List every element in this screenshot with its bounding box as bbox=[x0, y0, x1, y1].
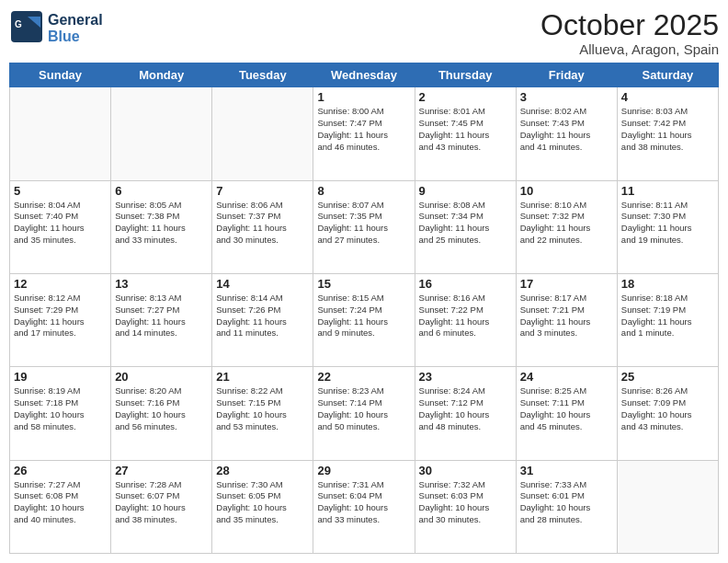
cell-info: Sunrise: 8:01 AMSunset: 7:45 PMDaylight:… bbox=[419, 106, 512, 153]
calendar-cell: 24Sunrise: 8:25 AMSunset: 7:11 PMDayligh… bbox=[516, 367, 617, 460]
day-number: 21 bbox=[216, 370, 309, 384]
calendar-cell: 14Sunrise: 8:14 AMSunset: 7:26 PMDayligh… bbox=[212, 273, 313, 366]
day-number: 6 bbox=[115, 184, 208, 198]
weekday-header-saturday: Saturday bbox=[617, 63, 718, 87]
weekday-header-tuesday: Tuesday bbox=[212, 63, 313, 87]
cell-info: Sunrise: 8:23 AMSunset: 7:14 PMDaylight:… bbox=[317, 385, 410, 432]
cell-info: Sunrise: 8:14 AMSunset: 7:26 PMDaylight:… bbox=[216, 293, 309, 339]
cell-info: Sunrise: 8:19 AMSunset: 7:18 PMDaylight:… bbox=[14, 385, 107, 432]
day-number: 15 bbox=[317, 277, 410, 291]
day-number: 17 bbox=[520, 277, 613, 291]
calendar-cell: 26Sunrise: 7:27 AMSunset: 6:08 PMDayligh… bbox=[10, 460, 111, 553]
calendar-cell: 15Sunrise: 8:15 AMSunset: 7:24 PMDayligh… bbox=[313, 273, 415, 366]
day-number: 12 bbox=[14, 277, 107, 291]
calendar-cell: 22Sunrise: 8:23 AMSunset: 7:14 PMDayligh… bbox=[313, 367, 415, 460]
calendar-cell bbox=[10, 87, 111, 180]
calendar-cell: 17Sunrise: 8:17 AMSunset: 7:21 PMDayligh… bbox=[516, 273, 617, 366]
cell-info: Sunrise: 8:00 AMSunset: 7:47 PMDaylight:… bbox=[317, 106, 410, 153]
day-number: 1 bbox=[317, 90, 410, 104]
cell-info: Sunrise: 8:18 AMSunset: 7:19 PMDaylight:… bbox=[621, 293, 714, 339]
day-number: 16 bbox=[419, 277, 512, 291]
cell-info: Sunrise: 7:28 AMSunset: 6:07 PMDaylight:… bbox=[115, 479, 208, 526]
cell-info: Sunrise: 8:02 AMSunset: 7:43 PMDaylight:… bbox=[520, 106, 613, 153]
cell-info: Sunrise: 7:31 AMSunset: 6:04 PMDaylight:… bbox=[317, 479, 410, 526]
weekday-header-friday: Friday bbox=[516, 63, 617, 87]
calendar-week-4: 19Sunrise: 8:19 AMSunset: 7:18 PMDayligh… bbox=[10, 367, 719, 460]
logo-blue: Blue bbox=[48, 29, 103, 45]
calendar-cell: 7Sunrise: 8:06 AMSunset: 7:37 PMDaylight… bbox=[212, 180, 313, 273]
cell-info: Sunrise: 8:03 AMSunset: 7:42 PMDaylight:… bbox=[621, 106, 714, 153]
day-number: 10 bbox=[520, 184, 613, 198]
day-number: 24 bbox=[520, 370, 613, 384]
calendar-cell: 3Sunrise: 8:02 AMSunset: 7:43 PMDaylight… bbox=[516, 87, 617, 180]
logo-icon: G bbox=[9, 9, 44, 44]
logo: G General Blue bbox=[9, 9, 103, 48]
cell-info: Sunrise: 8:08 AMSunset: 7:34 PMDaylight:… bbox=[419, 200, 512, 247]
day-number: 5 bbox=[14, 184, 107, 198]
cell-info: Sunrise: 7:27 AMSunset: 6:08 PMDaylight:… bbox=[14, 479, 107, 526]
day-number: 14 bbox=[216, 277, 309, 291]
calendar-cell: 1Sunrise: 8:00 AMSunset: 7:47 PMDaylight… bbox=[313, 87, 415, 180]
calendar-cell: 13Sunrise: 8:13 AMSunset: 7:27 PMDayligh… bbox=[111, 273, 212, 366]
calendar-cell bbox=[617, 460, 718, 553]
cell-info: Sunrise: 8:06 AMSunset: 7:37 PMDaylight:… bbox=[216, 200, 309, 247]
day-number: 8 bbox=[317, 184, 410, 198]
cell-info: Sunrise: 8:16 AMSunset: 7:22 PMDaylight:… bbox=[419, 293, 512, 339]
page: G General Blue October 2025 Allueva, Ara… bbox=[0, 0, 728, 563]
calendar-cell: 8Sunrise: 8:07 AMSunset: 7:35 PMDaylight… bbox=[313, 180, 415, 273]
calendar-cell: 23Sunrise: 8:24 AMSunset: 7:12 PMDayligh… bbox=[415, 367, 516, 460]
cell-info: Sunrise: 7:30 AMSunset: 6:05 PMDaylight:… bbox=[216, 479, 309, 526]
day-number: 30 bbox=[419, 464, 512, 477]
calendar-cell: 12Sunrise: 8:12 AMSunset: 7:29 PMDayligh… bbox=[10, 273, 111, 366]
calendar-cell: 5Sunrise: 8:04 AMSunset: 7:40 PMDaylight… bbox=[10, 180, 111, 273]
day-number: 7 bbox=[216, 184, 309, 198]
weekday-header-thursday: Thursday bbox=[415, 63, 516, 87]
cell-info: Sunrise: 7:33 AMSunset: 6:01 PMDaylight:… bbox=[520, 479, 613, 526]
calendar-cell: 2Sunrise: 8:01 AMSunset: 7:45 PMDaylight… bbox=[415, 87, 516, 180]
location: Allueva, Aragon, Spain bbox=[540, 41, 719, 57]
day-number: 19 bbox=[14, 370, 107, 384]
cell-info: Sunrise: 8:22 AMSunset: 7:15 PMDaylight:… bbox=[216, 385, 309, 432]
cell-info: Sunrise: 8:07 AMSunset: 7:35 PMDaylight:… bbox=[317, 200, 410, 247]
cell-info: Sunrise: 8:04 AMSunset: 7:40 PMDaylight:… bbox=[14, 200, 107, 247]
cell-info: Sunrise: 8:25 AMSunset: 7:11 PMDaylight:… bbox=[520, 385, 613, 432]
calendar-cell: 28Sunrise: 7:30 AMSunset: 6:05 PMDayligh… bbox=[212, 460, 313, 553]
calendar-cell: 25Sunrise: 8:26 AMSunset: 7:09 PMDayligh… bbox=[617, 367, 718, 460]
day-number: 26 bbox=[14, 464, 107, 477]
day-number: 4 bbox=[621, 90, 714, 104]
day-number: 27 bbox=[115, 464, 208, 477]
calendar-cell: 21Sunrise: 8:22 AMSunset: 7:15 PMDayligh… bbox=[212, 367, 313, 460]
calendar-cell: 27Sunrise: 7:28 AMSunset: 6:07 PMDayligh… bbox=[111, 460, 212, 553]
cell-info: Sunrise: 8:26 AMSunset: 7:09 PMDaylight:… bbox=[621, 385, 714, 432]
svg-text:G: G bbox=[15, 19, 22, 29]
day-number: 11 bbox=[621, 184, 714, 198]
weekday-header-monday: Monday bbox=[111, 63, 212, 87]
cell-info: Sunrise: 8:05 AMSunset: 7:38 PMDaylight:… bbox=[115, 200, 208, 247]
day-number: 2 bbox=[419, 90, 512, 104]
cell-info: Sunrise: 8:11 AMSunset: 7:30 PMDaylight:… bbox=[621, 200, 714, 247]
day-number: 3 bbox=[520, 90, 613, 104]
calendar-cell: 18Sunrise: 8:18 AMSunset: 7:19 PMDayligh… bbox=[617, 273, 718, 366]
cell-info: Sunrise: 7:32 AMSunset: 6:03 PMDaylight:… bbox=[419, 479, 512, 526]
month-title: October 2025 bbox=[540, 9, 719, 41]
cell-info: Sunrise: 8:20 AMSunset: 7:16 PMDaylight:… bbox=[115, 385, 208, 432]
calendar-week-2: 5Sunrise: 8:04 AMSunset: 7:40 PMDaylight… bbox=[10, 180, 719, 273]
calendar-cell: 19Sunrise: 8:19 AMSunset: 7:18 PMDayligh… bbox=[10, 367, 111, 460]
cell-info: Sunrise: 8:17 AMSunset: 7:21 PMDaylight:… bbox=[520, 293, 613, 339]
weekday-header-sunday: Sunday bbox=[10, 63, 111, 87]
logo-general: General bbox=[48, 12, 103, 29]
calendar-cell: 10Sunrise: 8:10 AMSunset: 7:32 PMDayligh… bbox=[516, 180, 617, 273]
header: G General Blue October 2025 Allueva, Ara… bbox=[9, 9, 719, 57]
calendar-cell: 16Sunrise: 8:16 AMSunset: 7:22 PMDayligh… bbox=[415, 273, 516, 366]
calendar: SundayMondayTuesdayWednesdayThursdayFrid… bbox=[9, 63, 719, 554]
day-number: 20 bbox=[115, 370, 208, 384]
calendar-cell bbox=[212, 87, 313, 180]
calendar-cell: 6Sunrise: 8:05 AMSunset: 7:38 PMDaylight… bbox=[111, 180, 212, 273]
cell-info: Sunrise: 8:12 AMSunset: 7:29 PMDaylight:… bbox=[14, 293, 107, 339]
day-number: 23 bbox=[419, 370, 512, 384]
calendar-week-5: 26Sunrise: 7:27 AMSunset: 6:08 PMDayligh… bbox=[10, 460, 719, 553]
calendar-cell: 30Sunrise: 7:32 AMSunset: 6:03 PMDayligh… bbox=[415, 460, 516, 553]
calendar-week-1: 1Sunrise: 8:00 AMSunset: 7:47 PMDaylight… bbox=[10, 87, 719, 180]
calendar-cell: 4Sunrise: 8:03 AMSunset: 7:42 PMDaylight… bbox=[617, 87, 718, 180]
day-number: 22 bbox=[317, 370, 410, 384]
